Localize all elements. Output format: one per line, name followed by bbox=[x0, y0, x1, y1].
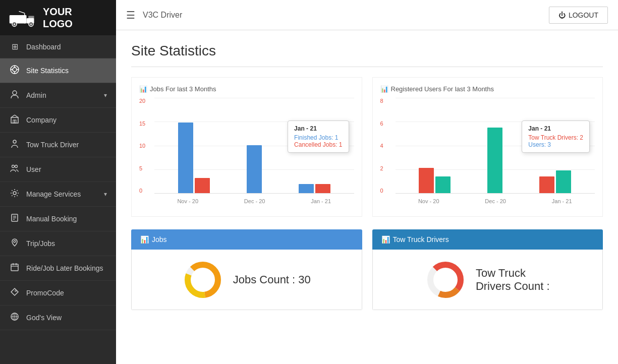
sidebar-item-company[interactable]: Company bbox=[0, 108, 116, 133]
hamburger-icon[interactable]: ☰ bbox=[126, 9, 135, 21]
bar-cancelled-jan21 bbox=[315, 184, 330, 193]
page-content: Site Statistics 📊 Jobs For last 3 Months… bbox=[116, 30, 618, 364]
users-bar-group-dec20 bbox=[487, 128, 502, 193]
sidebar-item-gods-view[interactable]: God's View bbox=[0, 306, 116, 330]
tooltip-finished: Finished Jobs: 1 bbox=[294, 134, 342, 141]
topbar-title: V3C Driver bbox=[143, 11, 182, 20]
jobs-stat-card: 📊 Jobs bbox=[131, 229, 362, 310]
bar-group-dec20 bbox=[247, 145, 262, 193]
jobs-chart-panel: 📊 Jobs For last 3 Months 20 15 10 5 0 bbox=[131, 77, 362, 217]
x-labels: Nov - 20 Dec - 20 Jan - 21 bbox=[154, 194, 354, 209]
users-chart-title: Registered Users For last 3 Months bbox=[391, 85, 494, 93]
sidebar-item-label: Tow Truck Driver bbox=[26, 141, 107, 149]
svg-point-7 bbox=[14, 23, 15, 25]
user-icon bbox=[9, 164, 20, 175]
bar-drivers-jan21 bbox=[539, 176, 554, 193]
sidebar-item-promo-code[interactable]: PromoCode bbox=[0, 281, 116, 306]
logout-label: LOGOUT bbox=[569, 11, 598, 19]
svg-rect-0 bbox=[10, 15, 27, 23]
users-bar-group-jan21 bbox=[539, 170, 571, 193]
svg-rect-18 bbox=[15, 120, 16, 123]
logo-truck-icon bbox=[8, 7, 38, 29]
users-tooltip-users: Users: 3 bbox=[528, 141, 583, 148]
users-bar-group-nov20 bbox=[419, 168, 451, 193]
tooltip-cancelled: Cancelled Jobs: 1 bbox=[294, 141, 342, 148]
manual-booking-icon bbox=[9, 213, 20, 224]
sidebar: YOUR LOGO ⊞ Dashboard Site Statistics bbox=[0, 0, 116, 364]
jobs-chart-area: Jan - 21 Finished Jobs: 1 Cancelled Jobs… bbox=[154, 98, 354, 194]
topbar: ☰ V3C Driver ⏻ LOGOUT bbox=[116, 0, 618, 30]
sidebar-item-label: God's View bbox=[26, 314, 107, 322]
sidebar-item-manual-booking[interactable]: Manual Booking bbox=[0, 207, 116, 231]
sidebar-item-admin[interactable]: Admin ▾ bbox=[0, 83, 116, 108]
bar-group-jan21 bbox=[299, 184, 330, 193]
charts-row: 📊 Jobs For last 3 Months 20 15 10 5 0 bbox=[131, 77, 603, 217]
manage-services-icon bbox=[9, 189, 20, 200]
promo-code-icon bbox=[9, 287, 20, 298]
users-chart-header: 📊 Registered Users For last 3 Months bbox=[380, 85, 595, 93]
sidebar-item-label: User bbox=[26, 165, 107, 173]
bar-finished-dec20 bbox=[247, 145, 262, 193]
sidebar-item-user[interactable]: User bbox=[0, 157, 116, 182]
svg-point-10 bbox=[13, 68, 17, 72]
users-chart-area: Jan - 21 Tow Truck Drivers: 2 Users: 3 bbox=[396, 98, 595, 194]
sidebar-item-site-statistics[interactable]: Site Statistics bbox=[0, 58, 116, 83]
trip-jobs-icon bbox=[9, 238, 20, 249]
admin-chevron-icon: ▾ bbox=[104, 92, 107, 99]
sidebar-navigation: ⊞ Dashboard Site Statistics bbox=[0, 35, 116, 364]
drivers-donut-chart bbox=[425, 260, 466, 300]
svg-rect-30 bbox=[11, 264, 18, 271]
sidebar-item-ride-job-later[interactable]: Ride/Job Later Bookings bbox=[0, 256, 116, 281]
sidebar-logo: YOUR LOGO bbox=[0, 0, 116, 35]
bar-users-jan21 bbox=[556, 170, 571, 193]
drivers-card-header: 📊 Tow Truck Drivers bbox=[372, 229, 603, 250]
tooltip-title: Jan - 21 bbox=[294, 125, 342, 132]
sidebar-item-label: Dashboard bbox=[26, 43, 107, 51]
sidebar-item-label: Manage Services bbox=[26, 190, 98, 198]
bar-group-nov20 bbox=[178, 123, 210, 193]
sidebar-item-label: Site Statistics bbox=[26, 67, 107, 75]
drivers-card-title: Tow Truck Drivers bbox=[393, 235, 449, 244]
sidebar-item-dashboard[interactable]: ⊞ Dashboard bbox=[0, 35, 116, 58]
sidebar-item-label: Company bbox=[26, 116, 107, 124]
jobs-chart-title: Jobs For last 3 Months bbox=[150, 85, 216, 93]
company-icon bbox=[9, 114, 20, 126]
gods-view-icon bbox=[9, 312, 20, 323]
sidebar-item-manage-services[interactable]: Manage Services ▾ bbox=[0, 182, 116, 207]
svg-point-34 bbox=[15, 290, 17, 292]
y-axis-labels-users: 8 6 4 2 0 bbox=[380, 98, 383, 194]
sidebar-item-trip-jobs[interactable]: Trip/Jobs bbox=[0, 231, 116, 256]
svg-point-29 bbox=[14, 240, 16, 242]
svg-point-22 bbox=[12, 165, 15, 168]
sidebar-item-label: PromoCode bbox=[26, 289, 107, 297]
logout-button[interactable]: ⏻ LOGOUT bbox=[549, 7, 608, 24]
site-statistics-icon bbox=[9, 65, 20, 76]
svg-point-15 bbox=[13, 91, 17, 95]
bar-users-dec20 bbox=[487, 128, 502, 193]
svg-point-21 bbox=[13, 140, 16, 143]
power-icon: ⏻ bbox=[558, 11, 566, 19]
bar-users-nov20 bbox=[435, 176, 451, 193]
jobs-card-title: Jobs bbox=[152, 235, 167, 244]
sidebar-item-tow-truck-driver[interactable]: Tow Truck Driver bbox=[0, 133, 116, 157]
drivers-card-icon: 📊 bbox=[381, 235, 390, 244]
sidebar-item-label: Admin bbox=[26, 91, 98, 99]
jobs-card-icon: 📊 bbox=[140, 235, 149, 244]
tow-truck-driver-icon bbox=[9, 139, 20, 150]
jobs-bar-chart: 20 15 10 5 0 bbox=[139, 98, 354, 209]
bar-finished-jan21 bbox=[299, 184, 314, 193]
bar-chart-icon2: 📊 bbox=[380, 85, 388, 93]
svg-point-24 bbox=[13, 192, 16, 195]
jobs-card-header: 📊 Jobs bbox=[131, 229, 362, 250]
main-content: ☰ V3C Driver ⏻ LOGOUT Site Statistics 📊 … bbox=[116, 0, 618, 364]
users-x-labels: Nov - 20 Dec - 20 Jan - 21 bbox=[396, 194, 595, 209]
users-tooltip: Jan - 21 Tow Truck Drivers: 2 Users: 3 bbox=[522, 120, 590, 153]
users-tooltip-drivers: Tow Truck Drivers: 2 bbox=[528, 134, 583, 141]
svg-point-23 bbox=[15, 165, 18, 168]
page-title: Site Statistics bbox=[131, 43, 603, 59]
admin-icon bbox=[9, 90, 20, 101]
users-chart-panel: 📊 Registered Users For last 3 Months 8 6… bbox=[372, 77, 603, 217]
sidebar-item-label: Ride/Job Later Bookings bbox=[26, 264, 107, 272]
topbar-left: ☰ V3C Driver bbox=[126, 9, 182, 21]
svg-rect-2 bbox=[28, 16, 34, 19]
